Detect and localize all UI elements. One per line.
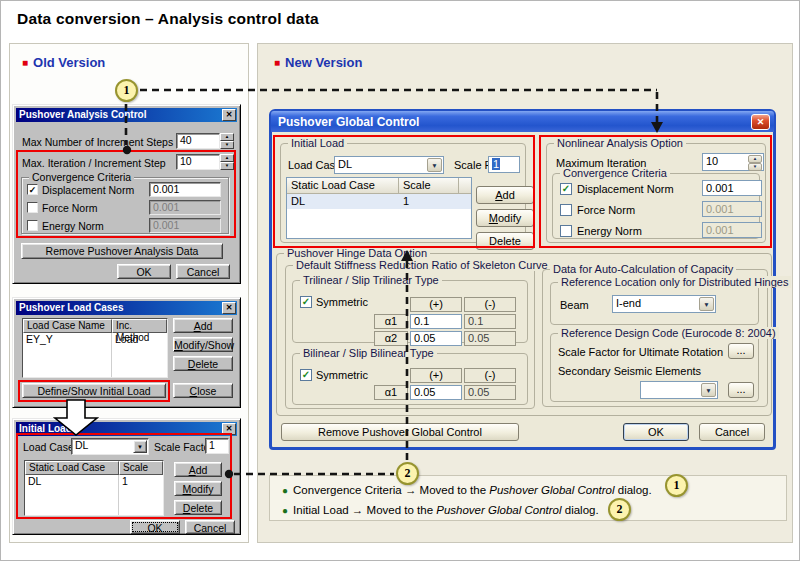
energy-norm-checkbox[interactable] (560, 225, 572, 237)
chevron-down-icon[interactable]: ▼ (701, 383, 716, 397)
max-steps-input[interactable]: 40 (176, 133, 220, 149)
note-initial-load: ●Initial Load → Moved to the Pushover Gl… (282, 504, 599, 516)
alpha2-pos-input[interactable]: 0.05 (410, 331, 462, 346)
table-row[interactable]: DL 1 (25, 475, 163, 488)
grid-divider (118, 475, 119, 515)
displacement-norm-input[interactable]: 0.001 (702, 180, 762, 196)
spinner-up-icon[interactable]: ▲ (220, 133, 234, 141)
static-load-case-table[interactable]: Static Load Case Scale DL 1 (24, 460, 164, 516)
load-cases-table[interactable]: Load Case Name Inc. Method EY_Y Load (22, 318, 168, 378)
delete-button[interactable]: Delete (174, 500, 222, 515)
spinner-down-icon[interactable]: ▼ (220, 162, 234, 170)
grid-divider (111, 333, 112, 377)
energy-norm-input: 0.001 (702, 222, 762, 238)
force-norm-checkbox[interactable] (27, 202, 38, 213)
column-header[interactable]: Load Case Name (23, 319, 112, 333)
modify-button[interactable]: Modify (476, 209, 534, 227)
alpha2-neg-input: 0.05 (464, 331, 516, 346)
scale-factor-input[interactable]: 1 (205, 438, 229, 454)
spinner-up-icon[interactable]: ▲ (748, 155, 762, 163)
ok-button[interactable]: OK (117, 264, 171, 279)
spinner-down-icon[interactable]: ▼ (748, 163, 762, 171)
table-row[interactable]: DL 1 (287, 194, 471, 209)
max-iter-input[interactable]: 10 (176, 154, 220, 170)
scale-factor-input[interactable]: 1 (488, 156, 520, 173)
secondary-seismic-dropdown[interactable]: ▼ (640, 381, 718, 399)
column-header[interactable]: Scale (119, 461, 163, 475)
beam-dropdown[interactable]: I-end ▼ (612, 295, 716, 313)
energy-norm-checkbox[interactable] (27, 220, 38, 231)
maximum-iteration-spinner[interactable]: ▲ ▼ (748, 155, 762, 169)
column-header[interactable]: Inc. Method (112, 319, 167, 333)
column-header-positive: (+) (410, 368, 462, 383)
initial-load-dialog: Initial Load ✕ Load Case DL ▼ Scale Fact… (12, 418, 241, 535)
chevron-down-icon[interactable]: ▼ (427, 158, 442, 172)
cancel-button[interactable]: Cancel (185, 520, 235, 534)
row-label-alpha1: α1 (374, 385, 408, 400)
spinner-down-icon[interactable]: ▼ (220, 141, 234, 149)
chevron-down-icon[interactable]: ▼ (699, 297, 714, 311)
secondary-seismic-ellipsis-button[interactable]: ... (728, 382, 754, 398)
note-convergence-criteria: ●Convergence Criteria → Moved to the Pus… (282, 484, 652, 496)
modify-show-button[interactable]: Modify/Show (173, 337, 233, 352)
static-load-case-table[interactable]: Static Load Case Scale DL 1 (286, 177, 472, 239)
dialog-titlebar: Initial Load ✕ (16, 422, 237, 436)
displacement-norm-input[interactable]: 0.001 (149, 182, 221, 197)
close-button[interactable]: Close (173, 383, 233, 398)
displacement-norm-checkbox[interactable]: ✓ (560, 183, 572, 195)
ok-button[interactable]: OK (623, 423, 689, 441)
delete-button[interactable]: Delete (173, 356, 233, 371)
column-header[interactable]: Static Load Case (25, 461, 119, 475)
close-icon[interactable]: ✕ (751, 114, 770, 130)
alpha1-pos-input[interactable]: 0.05 (410, 385, 462, 400)
ultimate-rotation-ellipsis-button[interactable]: ... (728, 343, 754, 359)
trilinear-symmetric-checkbox[interactable]: ✓ (300, 296, 312, 308)
dialog-title: Initial Load (19, 422, 72, 436)
force-norm-checkbox[interactable] (560, 204, 572, 216)
column-header-spacer (459, 178, 471, 194)
add-button[interactable]: Add (174, 462, 222, 477)
bilinear-symmetric-label: Symmetric (316, 369, 368, 381)
old-version-heading: ■Old Version (22, 55, 105, 70)
spinner-up-icon[interactable]: ▲ (220, 154, 234, 162)
row-label-alpha1: α1 (374, 314, 408, 329)
maximum-iteration-input[interactable]: 10 ▲ ▼ (702, 153, 764, 171)
cancel-button[interactable]: Cancel (176, 264, 230, 279)
remove-pushover-global-control-button[interactable]: Remove Pushover Global Control (281, 423, 519, 441)
modify-button[interactable]: Modify (174, 481, 222, 496)
pushover-analysis-control-dialog: Pushover Analysis Control ✕ Max Number o… (12, 104, 241, 284)
load-case-dropdown[interactable]: DL ▼ (334, 156, 444, 174)
add-button[interactable]: Add (173, 318, 233, 333)
load-case-dropdown[interactable]: DL ▼ (71, 438, 149, 455)
cancel-button[interactable]: Cancel (699, 423, 765, 441)
chevron-down-icon[interactable]: ▼ (133, 440, 147, 453)
close-icon[interactable]: ✕ (222, 109, 236, 121)
beam-label: Beam (560, 299, 589, 311)
max-iter-label: Max. Iteration / Increment Step (22, 157, 166, 169)
ok-button[interactable]: OK (130, 520, 180, 534)
callout-1-note: 1 (665, 474, 688, 497)
column-header-negative: (-) (464, 368, 516, 383)
notes-box: ●Convergence Criteria → Moved to the Pus… (269, 475, 787, 521)
alpha1-neg-input: 0.1 (464, 314, 516, 329)
column-header[interactable]: Static Load Case (287, 178, 399, 194)
page-title: Data conversion – Analysis control data (17, 10, 319, 28)
delete-button[interactable]: Delete (476, 232, 534, 250)
bilinear-symmetric-checkbox[interactable]: ✓ (300, 369, 312, 381)
table-row[interactable]: EY_Y Load (23, 333, 167, 346)
alpha1-pos-input[interactable]: 0.1 (410, 314, 462, 329)
dialog-titlebar: Pushover Load Cases ✕ (16, 301, 237, 315)
callout-1-top: 1 (115, 79, 138, 102)
green-bullet-icon: ● (282, 505, 288, 516)
remove-pushover-analysis-data-button[interactable]: Remove Pushover Analysis Data (21, 243, 223, 259)
close-icon[interactable]: ✕ (222, 302, 236, 314)
displacement-norm-label: Displacement Norm (42, 184, 134, 196)
max-steps-spinner[interactable]: ▲ ▼ (220, 133, 234, 149)
displacement-norm-checkbox[interactable]: ✓ (27, 184, 38, 195)
max-steps-label: Max Number of Increment Steps (22, 136, 173, 148)
column-header[interactable]: Scale (399, 178, 459, 194)
max-iter-spinner[interactable]: ▲ ▼ (220, 154, 234, 170)
add-button[interactable]: Add (476, 186, 534, 204)
define-show-initial-load-button[interactable]: Define/Show Initial Load (22, 383, 166, 398)
close-icon[interactable]: ✕ (222, 423, 236, 435)
